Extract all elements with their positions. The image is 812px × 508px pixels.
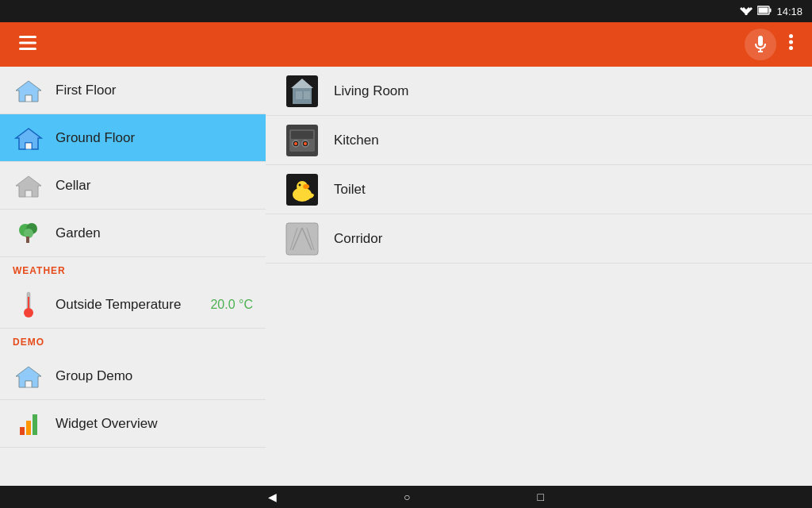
sidebar-item-ground-floor[interactable]: Ground Floor bbox=[0, 114, 266, 162]
mic-button[interactable] bbox=[745, 29, 776, 60]
nav-bar: ◀ ○ □ bbox=[0, 486, 812, 508]
svg-point-45 bbox=[303, 184, 309, 189]
overflow-menu-button[interactable] bbox=[783, 28, 799, 61]
svg-rect-37 bbox=[291, 131, 313, 139]
widget-overview-label: Widget Overview bbox=[56, 416, 157, 432]
garden-label: Garden bbox=[56, 225, 101, 241]
kitchen-icon bbox=[285, 123, 320, 158]
sidebar-item-first-floor[interactable]: First Floor bbox=[0, 67, 266, 114]
right-item-kitchen[interactable]: Kitchen bbox=[266, 116, 812, 165]
kitchen-label: Kitchen bbox=[334, 133, 379, 148]
sidebar-item-group-demo[interactable]: Group Demo bbox=[0, 352, 266, 400]
thermometer-icon bbox=[13, 289, 44, 321]
svg-rect-29 bbox=[25, 381, 32, 387]
outside-temp-value: 20.0 °C bbox=[210, 298, 253, 312]
living-room-label: Living Room bbox=[334, 83, 409, 99]
sidebar-item-cellar[interactable]: Cellar bbox=[0, 162, 266, 210]
sidebar: First Floor Ground Floor Cellar bbox=[0, 67, 266, 486]
right-item-corridor[interactable]: Corridor bbox=[266, 214, 812, 264]
main-content: First Floor Ground Floor Cellar bbox=[0, 67, 812, 486]
sidebar-item-outside-temp[interactable]: Outside Temperature 20.0 °C bbox=[0, 281, 266, 329]
svg-rect-5 bbox=[759, 7, 768, 13]
corridor-label: Corridor bbox=[334, 231, 382, 247]
svg-point-46 bbox=[299, 183, 301, 186]
svg-rect-20 bbox=[25, 190, 32, 197]
svg-point-12 bbox=[789, 34, 793, 38]
svg-rect-9 bbox=[758, 36, 763, 46]
svg-rect-27 bbox=[28, 297, 29, 311]
svg-rect-8 bbox=[19, 48, 36, 50]
garden-icon bbox=[13, 217, 44, 249]
sidebar-item-garden[interactable]: Garden bbox=[0, 210, 266, 257]
action-bar bbox=[0, 22, 812, 67]
svg-rect-18 bbox=[25, 143, 32, 149]
svg-rect-7 bbox=[19, 41, 36, 44]
battery-icon bbox=[757, 6, 772, 17]
cellar-label: Cellar bbox=[56, 178, 90, 194]
svg-rect-6 bbox=[19, 36, 36, 38]
svg-rect-4 bbox=[770, 8, 772, 12]
weather-section-header: WEATHER bbox=[0, 257, 266, 281]
back-button[interactable]: ◀ bbox=[268, 491, 277, 503]
right-panel: Living Room Kitchen bbox=[266, 67, 812, 486]
svg-rect-33 bbox=[296, 91, 302, 99]
right-item-living-room[interactable]: Living Room bbox=[266, 67, 812, 116]
toilet-icon bbox=[285, 172, 320, 207]
demo-section-header: DEMO bbox=[0, 329, 266, 352]
outside-temp-label: Outside Temperature bbox=[56, 297, 181, 313]
menu-button[interactable] bbox=[13, 29, 43, 60]
svg-rect-34 bbox=[304, 91, 310, 99]
living-room-icon bbox=[285, 74, 320, 109]
ground-floor-label: Ground Floor bbox=[56, 130, 135, 146]
svg-point-14 bbox=[789, 46, 793, 50]
svg-point-13 bbox=[789, 40, 793, 44]
sidebar-item-widget-overview[interactable]: Widget Overview bbox=[0, 400, 266, 448]
status-bar: 14:18 bbox=[0, 0, 812, 22]
wifi-icon bbox=[740, 6, 753, 17]
status-time: 14:18 bbox=[776, 6, 802, 17]
home-button[interactable]: ○ bbox=[404, 491, 410, 503]
svg-rect-16 bbox=[25, 95, 32, 102]
right-item-toilet[interactable]: Toilet bbox=[266, 165, 812, 214]
svg-point-41 bbox=[304, 142, 307, 145]
svg-point-40 bbox=[294, 142, 297, 145]
corridor-icon bbox=[285, 221, 320, 256]
widget-overview-icon bbox=[13, 408, 44, 440]
ground-floor-icon bbox=[13, 122, 44, 154]
svg-rect-24 bbox=[26, 237, 29, 243]
recent-button[interactable]: □ bbox=[538, 491, 544, 503]
group-demo-label: Group Demo bbox=[56, 368, 132, 384]
group-demo-icon bbox=[13, 360, 44, 392]
cellar-icon bbox=[13, 170, 44, 202]
first-floor-icon bbox=[13, 75, 44, 106]
toilet-label: Toilet bbox=[334, 182, 366, 198]
first-floor-label: First Floor bbox=[56, 83, 117, 98]
